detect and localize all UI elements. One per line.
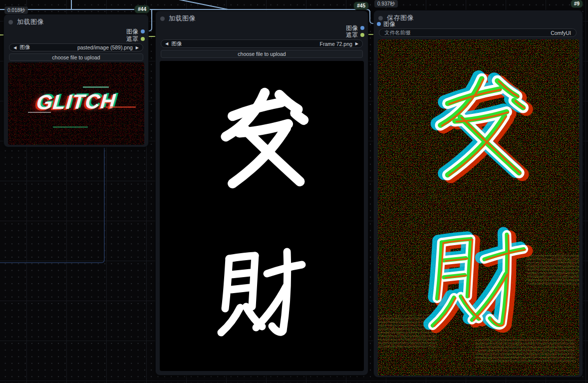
- node-title: 加载图像: [17, 17, 44, 26]
- fa-character-glitch-glyph: [416, 70, 541, 184]
- image-output-dot[interactable]: [141, 29, 145, 33]
- collapse-dot-icon[interactable]: [160, 16, 165, 21]
- cai-character-glitch-glyph: [411, 227, 546, 339]
- upload-file-button[interactable]: choose file to upload: [9, 53, 143, 61]
- node-title-bar[interactable]: 加载图像: [4, 14, 148, 28]
- scanline-streak: [475, 338, 575, 362]
- load-image-node-45[interactable]: #45 加载图像 图像 遮罩 ◀ 图像 Frame 72.png ▶ choos…: [155, 10, 368, 376]
- image-file-combo[interactable]: ◀ 图像 Frame 72.png ▶: [161, 39, 363, 48]
- combo-label: 图像: [19, 44, 30, 51]
- image-output-dot[interactable]: [360, 26, 364, 30]
- execution-time-badge: 0.937秒: [374, 0, 398, 7]
- input-label: 图像: [383, 20, 395, 28]
- glitch-sliver: [53, 126, 88, 128]
- preview-image-glitch-calligraphy: [378, 39, 579, 376]
- combo-value: Frame 72.png: [319, 41, 352, 47]
- load-image-node-44[interactable]: 0.018秒 #44 加载图像 图像 遮罩 ◀ 图像 pasted/image …: [3, 14, 149, 147]
- preview-image-calligraphy: [160, 61, 364, 371]
- node-title-bar[interactable]: 保存图像: [374, 10, 583, 24]
- node-canvas[interactable]: { "app": "ComfyUI node graph", "colors":…: [0, 0, 588, 383]
- collapse-dot-icon[interactable]: [8, 20, 13, 24]
- execution-time-badge: 0.018秒: [4, 6, 28, 14]
- combo-right-arrow-icon[interactable]: ▶: [136, 45, 139, 50]
- combo-left-arrow-icon[interactable]: ◀: [13, 45, 16, 50]
- fa-character-glyph: [206, 85, 318, 192]
- image-input-dot[interactable]: [377, 22, 381, 26]
- output-slot-mask: 遮罩: [346, 31, 364, 38]
- mask-output-dot[interactable]: [141, 37, 145, 41]
- save-image-node-9[interactable]: 0.937秒 #9 保存图像 图像 文件名前缀 ComfyUI: [373, 10, 583, 378]
- mask-output-dot[interactable]: [360, 33, 364, 37]
- node-id-badge: #45: [353, 1, 369, 10]
- output-label: 遮罩: [126, 35, 138, 43]
- output-slot-mask: 遮罩: [126, 35, 145, 42]
- filename-prefix-value: ComfyUI: [551, 30, 571, 36]
- glitch-sliver: [28, 112, 51, 113]
- glitch-text: GLITCH: [8, 89, 144, 115]
- node-id-badge: #9: [571, 0, 583, 8]
- filename-prefix-label: 文件名前缀: [384, 29, 411, 36]
- output-slot-image: 图像: [126, 28, 145, 35]
- node-title-bar[interactable]: 加载图像: [156, 11, 368, 25]
- filename-prefix-field[interactable]: 文件名前缀 ComfyUI: [379, 28, 577, 37]
- combo-left-arrow-icon[interactable]: ◀: [165, 41, 168, 46]
- output-label: 遮罩: [346, 31, 358, 39]
- glitch-sliver: [83, 86, 109, 88]
- collapse-dot-icon[interactable]: [378, 16, 383, 20]
- cai-character-glyph: [200, 245, 324, 345]
- input-slot-image: 图像: [377, 20, 395, 27]
- node-title: 加载图像: [169, 14, 196, 23]
- image-file-combo[interactable]: ◀ 图像 pasted/image (589).png ▶: [9, 43, 143, 51]
- combo-value: pasted/image (589).png: [77, 44, 133, 50]
- preview-image-glitch-text: GLITCH: [8, 62, 144, 145]
- glitch-sliver: [106, 106, 136, 108]
- combo-right-arrow-icon[interactable]: ▶: [355, 41, 358, 46]
- upload-file-button[interactable]: choose file to upload: [161, 50, 363, 58]
- combo-label: 图像: [171, 40, 182, 47]
- node-id-badge: #44: [134, 5, 150, 13]
